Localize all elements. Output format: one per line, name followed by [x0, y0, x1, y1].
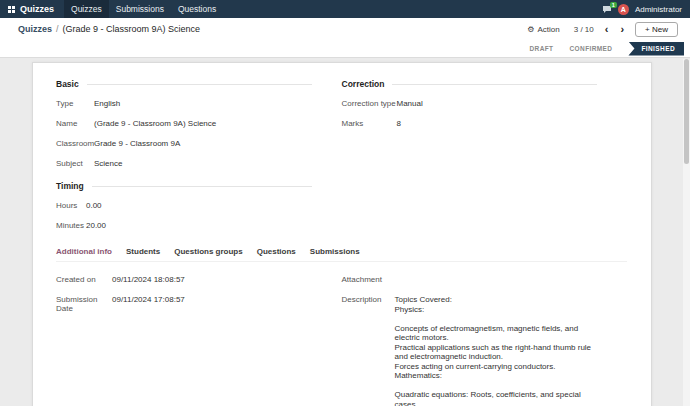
action-label: Action [538, 25, 560, 34]
tab-submissions[interactable]: Submissions [310, 247, 360, 256]
field-minutes: Minutes 20.00 [56, 221, 312, 230]
field-value-created-on[interactable]: 09/11/2024 18:08:57 [112, 275, 185, 284]
nav-item-submissions[interactable]: Submissions [109, 0, 171, 18]
field-label-marks: Marks [342, 119, 397, 128]
field-label-subject: Subject [56, 159, 94, 168]
field-label-hours: Hours [56, 201, 86, 210]
vertical-scrollbar[interactable] [683, 59, 690, 406]
field-hours: Hours 0.00 [56, 201, 312, 210]
section-title-correction: Correction [342, 79, 385, 89]
field-label-minutes: Minutes [56, 221, 86, 230]
field-value-minutes[interactable]: 20.00 [86, 221, 106, 230]
pager-next-button[interactable]: › [619, 24, 625, 34]
notebook-tabs: Additional info Students Questions group… [56, 247, 627, 262]
app-window: Quizzes Quizzes Submissions Questions 1 … [0, 0, 690, 406]
pager-value: 3 / 10 [574, 25, 594, 34]
pager-previous-button[interactable]: ‹ [604, 24, 610, 34]
section-divider [87, 84, 312, 85]
correction-section: Correction Correction type Manual Marks … [342, 79, 598, 128]
apps-grid-icon[interactable] [8, 6, 15, 13]
control-panel-right: ⚙ Action 3 / 10 ‹ › + New [527, 22, 678, 37]
field-subject: Subject Science [56, 159, 312, 168]
field-value-classroom[interactable]: Grade 9 - Classroom 9A [94, 139, 180, 148]
field-label-submission-date: Submission Date [56, 295, 112, 313]
field-label-created-on: Created on [56, 275, 112, 284]
app-name[interactable]: Quizzes [20, 4, 54, 14]
messages-badge: 1 [610, 2, 617, 8]
user-menu[interactable]: Administrator [635, 5, 682, 14]
field-name: Name (Grade 9 - Classroom 9A) Science [56, 119, 312, 128]
scrollbar-thumb[interactable] [684, 59, 689, 164]
field-classroom: Classroom Grade 9 - Classroom 9A [56, 139, 312, 148]
nav-item-quizzes[interactable]: Quizzes [64, 0, 109, 18]
breadcrumb: Quizzes / (Grade 9 - Classroom 9A) Scien… [18, 24, 200, 34]
field-label-correction-type: Correction type [342, 99, 397, 108]
basic-section: Basic Type English Name (Grade 9 - Class… [56, 79, 312, 168]
navbar-right: 1 A Administrator [602, 4, 682, 15]
breadcrumb-current: (Grade 9 - Classroom 9A) Science [63, 24, 201, 34]
field-value-correction-type[interactable]: Manual [397, 99, 423, 108]
statusbar: DRAFT CONFIRMED FINISHED [0, 40, 690, 58]
field-label-type: Type [56, 99, 94, 108]
field-value-marks[interactable]: 8 [397, 119, 401, 128]
section-title-basic: Basic [56, 79, 79, 89]
form-background: Basic Type English Name (Grade 9 - Class… [0, 59, 690, 406]
field-label-attachment: Attachment [342, 275, 395, 284]
tab-questions-groups[interactable]: Questions groups [174, 247, 242, 256]
field-label-description: Description [342, 295, 395, 406]
top-navbar: Quizzes Quizzes Submissions Questions 1 … [0, 0, 690, 18]
nav-item-questions[interactable]: Questions [171, 0, 223, 18]
status-confirmed[interactable]: CONFIRMED [569, 45, 612, 52]
section-divider [92, 186, 312, 187]
breadcrumb-separator: / [56, 24, 59, 34]
field-label-name: Name [56, 119, 94, 128]
field-marks: Marks 8 [342, 119, 598, 128]
control-panel: Quizzes / (Grade 9 - Classroom 9A) Scien… [0, 18, 690, 40]
new-button[interactable]: + New [635, 22, 678, 37]
timing-section: Timing Hours 0.00 Minutes 20.00 [56, 181, 312, 230]
user-avatar[interactable]: A [618, 4, 629, 15]
status-draft[interactable]: DRAFT [529, 45, 553, 52]
field-description: Description Topics Covered: Physics: Con… [342, 295, 598, 406]
notebook: Additional info Students Questions group… [56, 247, 627, 406]
status-finished-badge[interactable]: FINISHED [628, 42, 684, 56]
field-created-on: Created on 09/11/2024 18:08:57 [56, 275, 312, 284]
field-correction-type: Correction type Manual [342, 99, 598, 108]
tab-students[interactable]: Students [126, 247, 160, 256]
section-title-timing: Timing [56, 181, 84, 191]
field-value-description[interactable]: Topics Covered: Physics: Concepts of ele… [395, 295, 598, 406]
gear-icon: ⚙ [527, 25, 534, 34]
tab-questions[interactable]: Questions [257, 247, 296, 256]
tab-additional-info[interactable]: Additional info [56, 247, 112, 256]
field-value-type[interactable]: English [94, 99, 120, 108]
action-menu-button[interactable]: ⚙ Action [527, 25, 559, 34]
field-value-name[interactable]: (Grade 9 - Classroom 9A) Science [94, 119, 216, 128]
field-submission-date: Submission Date 09/11/2024 17:08:57 [56, 295, 312, 313]
field-label-classroom: Classroom [56, 139, 94, 148]
form-sheet: Basic Type English Name (Grade 9 - Class… [32, 62, 652, 406]
field-attachment: Attachment [342, 275, 598, 284]
field-type: Type English [56, 99, 312, 108]
breadcrumb-parent-link[interactable]: Quizzes [18, 24, 52, 34]
section-divider [392, 84, 597, 85]
field-value-subject[interactable]: Science [94, 159, 122, 168]
messages-icon[interactable]: 1 [602, 5, 612, 14]
navbar-left: Quizzes Quizzes Submissions Questions [6, 0, 223, 18]
field-value-hours[interactable]: 0.00 [86, 201, 102, 210]
field-value-submission-date[interactable]: 09/11/2024 17:08:57 [112, 295, 185, 313]
